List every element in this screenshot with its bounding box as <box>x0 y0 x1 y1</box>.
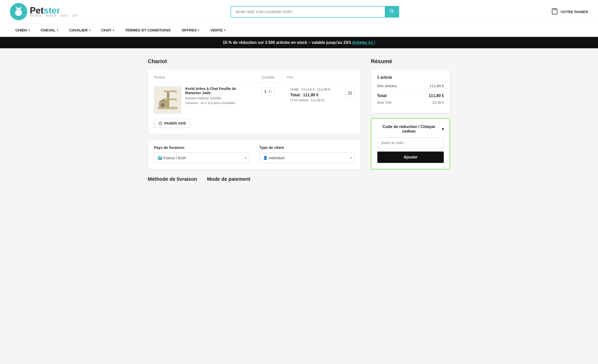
chevron-down-icon: ▾ <box>57 28 58 32</box>
tva-row: dont TVA: 22,36 € <box>377 101 444 104</box>
chevron-down-icon: ▾ <box>442 127 444 131</box>
mode-paiement-title: Mode de paiement <box>207 176 250 182</box>
chevron-down-icon: ▾ <box>28 28 30 32</box>
resume-section-title: Résumé <box>371 58 450 65</box>
svg-rect-27 <box>159 123 162 125</box>
quantity-stepper[interactable]: 1 ↻ <box>261 87 275 96</box>
svg-point-6 <box>19 9 20 10</box>
right-panel: Résumé 1 article Des articles: 111,80 € … <box>371 58 450 169</box>
quantity-value: 1 <box>264 89 266 94</box>
cart-item-content: Kerbl Arbre à Chat Feuille de Bananier J… <box>154 86 345 114</box>
client-select-wrap: 👤 Individuel Professionnel ▾ <box>259 153 355 163</box>
nav-cheval[interactable]: CHEVAL ▾ <box>35 24 64 37</box>
search-bar <box>231 6 399 18</box>
main-nav: CHIEN ▾ CHEVAL ▾ CAVALIER ▾ CHAT ▾ TERME… <box>0 24 598 37</box>
methode-livraison-title: Méthode de livraison <box>148 176 197 182</box>
nav-cavalier[interactable]: CAVALIER ▾ <box>64 24 96 37</box>
empty-cart-button[interactable]: PANIER VIDE <box>154 119 191 128</box>
tva-info: (TVA incluse: 111,80 €) <box>290 98 345 102</box>
product-main: Kerbl Arbre à Chat Feuille de Bananier J… <box>154 86 246 114</box>
articles-row: Des articles: 111,80 € <box>377 84 444 88</box>
coupon-box: Code de réduction / Chèque cadeau ▾ Ajou… <box>371 118 450 169</box>
price-new: 111,80 € <box>317 87 330 91</box>
country-select-wrap: 🌍 France / EUR Belgique / EUR Suisse / C… <box>154 153 249 163</box>
client-col: Type de client 👤 Individuel Professionne… <box>259 145 355 163</box>
client-label: Type de client <box>259 145 355 150</box>
product-info: Kerbl Arbre à Chat Feuille de Bananier J… <box>185 86 246 105</box>
search-button[interactable] <box>385 6 399 18</box>
svg-rect-11 <box>553 9 557 10</box>
svg-point-5 <box>17 9 18 10</box>
header: Petster HORSE · RIDER · DOG · CAT VOTRE … <box>0 0 598 24</box>
banner-text: 15 % de réduction sur 3 500 articles en … <box>223 40 352 45</box>
search-input[interactable] <box>231 6 385 18</box>
chevron-down-icon: ▾ <box>224 28 225 32</box>
country-col: Pays de livraison 🌍 France / EUR Belgiqu… <box>154 145 249 163</box>
refresh-icon[interactable]: ↻ <box>269 89 272 94</box>
resume-box: 1 article Des articles: 111,80 € Total: … <box>371 69 450 113</box>
article-count: 1 article <box>377 75 444 80</box>
product-name: Kerbl Arbre à Chat Feuille de Bananier J… <box>185 86 246 95</box>
product-sku: Numéro d'article K81592 <box>185 96 246 100</box>
main-content: Chariot Produit Quantité Prix <box>138 48 460 192</box>
nav-termes[interactable]: TERMES ET CONDITIONS <box>120 24 176 37</box>
articles-value: 111,80 € <box>430 84 444 88</box>
country-label: Pays de livraison <box>154 145 249 150</box>
cart-table-header: Produit Quantité Prix <box>154 75 355 82</box>
delete-wrap <box>345 86 355 98</box>
total-price: Total: 111,80 € <box>290 93 345 97</box>
svg-point-2 <box>16 8 21 12</box>
delivery-grid: Pays de livraison 🌍 France / EUR Belgiqu… <box>154 145 355 163</box>
empty-cart-label: PANIER VIDE <box>164 121 186 125</box>
coupon-title: Code de réduction / Chèque cadeau ▾ <box>377 125 444 133</box>
banner-link[interactable]: Achetez ici ! <box>352 40 375 45</box>
total-value: 111,80 € <box>429 94 444 98</box>
delete-item-button[interactable] <box>345 88 355 98</box>
price-old: 131,50 € <box>301 87 315 91</box>
chevron-down-icon: ▾ <box>198 28 199 32</box>
svg-rect-22 <box>349 92 352 95</box>
coupon-input[interactable] <box>377 137 444 148</box>
search-icon <box>390 9 394 13</box>
col-header-qty: Quantité <box>249 75 287 79</box>
logo-subtitle: HORSE · RIDER · DOG · CAT <box>30 14 79 17</box>
client-select[interactable]: 👤 Individuel Professionnel <box>259 153 355 163</box>
nav-chien[interactable]: CHIEN ▾ <box>10 24 35 37</box>
tva-value: 22,36 € <box>432 101 444 104</box>
total-label: Total: <box>377 94 388 98</box>
bottom-titles: Méthode de livraison Mode de paiement <box>148 174 361 182</box>
coupon-add-button[interactable]: Ajouter <box>377 152 444 163</box>
total-row: Total: 111,80 € <box>377 90 444 98</box>
svg-rect-15 <box>164 98 177 100</box>
col-header-price: Prix <box>287 75 344 79</box>
svg-rect-14 <box>161 103 164 107</box>
nav-vente[interactable]: VENTE ▾ <box>205 24 231 37</box>
tva-label: dont TVA: <box>377 101 392 104</box>
promo-banner: 15 % de réduction sur 3 500 articles en … <box>0 37 598 48</box>
chevron-down-icon: ▾ <box>89 28 90 32</box>
svg-point-7 <box>18 10 19 11</box>
quantity-control: 1 ↻ <box>250 86 286 96</box>
product-delivery: Livraison : en 2 à 4 jours ouvrables. <box>185 101 246 105</box>
delivery-box: Pays de livraison 🌍 France / EUR Belgiqu… <box>148 139 361 169</box>
nav-offres[interactable]: OFFRES ▾ <box>176 24 205 37</box>
svg-line-9 <box>392 12 394 13</box>
svg-rect-17 <box>164 90 177 92</box>
unit-price: Unité: 131,50 € 111,80 € <box>290 87 345 91</box>
product-image <box>154 86 181 114</box>
trash-icon <box>159 122 162 125</box>
cart-icon <box>551 8 558 15</box>
cart-box: Produit Quantité Prix <box>148 69 361 134</box>
cart-title: Chariot <box>148 58 361 65</box>
articles-label: Des articles: <box>377 84 398 88</box>
logo-icon <box>10 3 27 20</box>
cart-button[interactable]: VOTRE PANIER <box>551 8 588 15</box>
col-header-product: Produit <box>154 75 249 79</box>
cart-label: VOTRE PANIER <box>561 10 588 14</box>
trash-icon <box>348 91 352 95</box>
table-row: Kerbl Arbre à Chat Feuille de Bananier J… <box>154 86 355 114</box>
country-select[interactable]: 🌍 France / EUR Belgique / EUR Suisse / C… <box>154 153 249 163</box>
nav-chat[interactable]: CHAT ▾ <box>96 24 120 37</box>
cart-section: Chariot Produit Quantité Prix <box>148 58 361 182</box>
logo-area[interactable]: Petster HORSE · RIDER · DOG · CAT <box>10 3 79 20</box>
